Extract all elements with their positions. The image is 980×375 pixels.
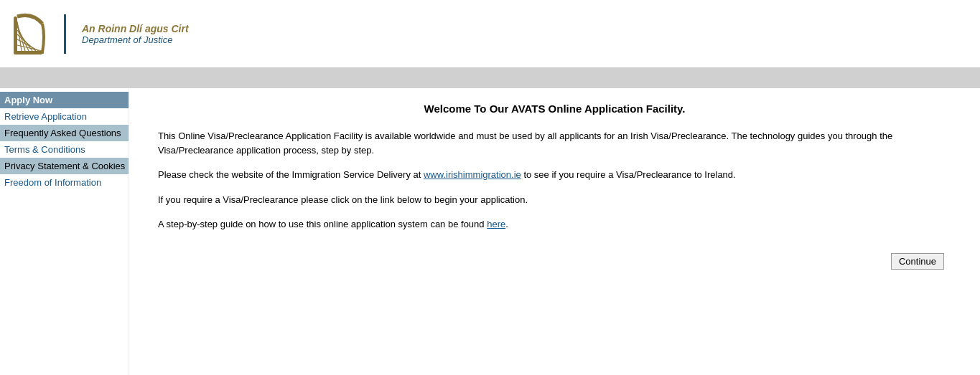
welcome-title: Welcome To Our AVATS Online Application … xyxy=(158,103,951,115)
sidebar-item-privacy[interactable]: Privacy Statement & Cookies xyxy=(0,158,129,174)
para-4: A step-by-step guide on how to use this … xyxy=(158,217,951,232)
para-1: This Online Visa/Preclearance Applicatio… xyxy=(158,129,951,157)
dept-name: An Roinn Dlí agus Cirt xyxy=(82,23,189,34)
sidebar-item-freedom[interactable]: Freedom of Information xyxy=(0,174,129,191)
banner xyxy=(0,68,980,88)
header-divider xyxy=(64,14,66,54)
para-3: If you require a Visa/Preclearance pleas… xyxy=(158,193,951,207)
header-text-block: An Roinn Dlí agus Cirt Department of Jus… xyxy=(82,23,189,45)
guide-link[interactable]: here xyxy=(487,219,505,229)
para-2: Please check the website of the Immigrat… xyxy=(158,168,951,182)
svg-rect-1 xyxy=(14,51,42,54)
dept-sub: Department of Justice xyxy=(82,34,189,45)
continue-btn-row: Continue xyxy=(158,253,951,270)
harp-icon xyxy=(11,11,48,57)
header: An Roinn Dlí agus Cirt Department of Jus… xyxy=(0,0,980,68)
para-2-post: to see if you require a Visa/Preclearanc… xyxy=(521,169,736,180)
immigration-link[interactable]: www.irishimmigration.ie xyxy=(424,169,521,180)
main-content: Welcome To Our AVATS Online Application … xyxy=(129,88,980,375)
continue-button[interactable]: Continue xyxy=(891,253,944,270)
header-logo: An Roinn Dlí agus Cirt Department of Jus… xyxy=(11,11,189,57)
layout: Apply Now Retrieve Application Frequentl… xyxy=(0,88,980,375)
sidebar-item-terms[interactable]: Terms & Conditions xyxy=(0,141,129,158)
para-2-pre: Please check the website of the Immigrat… xyxy=(158,169,424,180)
para-4-pre: A step-by-step guide on how to use this … xyxy=(158,219,487,229)
para-4-post: . xyxy=(505,219,508,229)
sidebar-item-apply-now[interactable]: Apply Now xyxy=(0,92,129,108)
svg-rect-0 xyxy=(14,16,17,52)
sidebar-item-retrieve-application[interactable]: Retrieve Application xyxy=(0,108,129,125)
sidebar: Apply Now Retrieve Application Frequentl… xyxy=(0,88,129,375)
sidebar-item-faq[interactable]: Frequently Asked Questions xyxy=(0,125,129,141)
